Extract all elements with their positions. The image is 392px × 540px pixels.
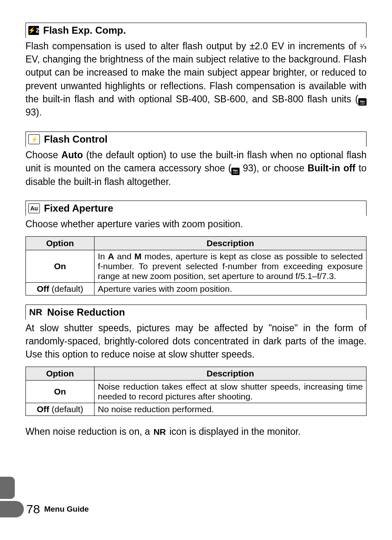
flash-control-body: Choose Auto (the default option) to use … xyxy=(25,148,367,188)
text: In xyxy=(98,252,108,261)
footer-title: Menu Guide xyxy=(44,505,89,514)
option-cell: Off (default) xyxy=(26,403,95,416)
reference-icon: 📷 xyxy=(231,168,240,175)
text: EV, changing the brightness of the main … xyxy=(25,54,367,104)
option-cell: On xyxy=(26,250,95,282)
section-header-flash-control: ⚡ Flash Control xyxy=(25,132,367,147)
footer-tab xyxy=(0,501,24,517)
fraction: ¹⁄₃ xyxy=(360,42,367,51)
table-row: Off (default) No noise reduction perform… xyxy=(26,403,367,416)
fixed-aperture-icon: Au xyxy=(28,203,40,213)
bold-text: Off xyxy=(37,284,49,293)
page-ref: 93). xyxy=(25,107,42,118)
fixed-aperture-intro: Choose whether aperture varies with zoom… xyxy=(25,217,367,231)
flash-z-icon: ⚡Z xyxy=(28,26,39,35)
description-cell: Aperture varies with zoom position. xyxy=(95,282,367,295)
bold-text: Built-in off xyxy=(308,163,355,173)
noise-reduction-note: When noise reduction is on, a NR icon is… xyxy=(25,425,367,438)
flash-exp-comp-body: Flash compensation is used to alter flas… xyxy=(25,39,367,119)
option-cell: Off (default) xyxy=(26,282,95,295)
text: icon is displayed in the monitor. xyxy=(167,426,301,437)
table-header-option: Option xyxy=(26,367,95,381)
description-cell: Noise reduction takes effect at slow shu… xyxy=(95,381,367,403)
option-cell: On xyxy=(26,381,95,403)
table-header-option: Option xyxy=(26,236,95,250)
nr-icon: NR xyxy=(152,427,166,436)
text: Flash compensation is used to alter flas… xyxy=(25,41,360,51)
page-ref: 93), or choose xyxy=(240,163,308,173)
page-number: 78 xyxy=(26,502,40,516)
text: and xyxy=(114,252,134,261)
flash-control-icon: ⚡ xyxy=(28,134,40,144)
table-header-description: Description xyxy=(95,367,367,381)
text: (default) xyxy=(49,284,83,293)
table-row: On In A and M modes, aperture is kept as… xyxy=(26,250,367,282)
bold-text: A xyxy=(108,252,114,261)
section-title: Fixed Aperture xyxy=(44,203,113,214)
section-header-fixed-aperture: Au Fixed Aperture xyxy=(25,201,367,216)
side-tab xyxy=(0,477,15,499)
text: When noise reduction is on, a xyxy=(25,426,152,437)
noise-reduction-table: Option Description On Noise reduction ta… xyxy=(25,367,367,416)
bold-text: M xyxy=(134,252,142,261)
description-cell: In A and M modes, aperture is kept as cl… xyxy=(95,250,367,282)
text: (default) xyxy=(49,404,83,414)
bold-text: Auto xyxy=(61,150,83,160)
section-title: Noise Reduction xyxy=(47,307,125,318)
description-cell: No noise reduction performed. xyxy=(95,403,367,416)
table-row: Off (default) Aperture varies with zoom … xyxy=(26,282,367,295)
section-header-flash-exp-comp: ⚡Z Flash Exp. Comp. xyxy=(25,23,367,38)
table-header-description: Description xyxy=(95,236,367,250)
text: Choose xyxy=(25,150,61,160)
section-header-noise-reduction: NR Noise Reduction xyxy=(25,305,367,320)
table-row: On Noise reduction takes effect at slow … xyxy=(26,381,367,403)
section-title: Flash Exp. Comp. xyxy=(43,25,126,36)
noise-reduction-intro: At slow shutter speeds, pictures may be … xyxy=(25,321,367,361)
section-title: Flash Control xyxy=(44,134,108,145)
reference-icon: 📷 xyxy=(358,98,367,106)
fixed-aperture-table: Option Description On In A and M modes, … xyxy=(25,236,367,295)
page-footer: 78 Menu Guide xyxy=(0,501,89,517)
bold-text: Off xyxy=(37,404,49,414)
nr-icon: NR xyxy=(28,307,43,318)
